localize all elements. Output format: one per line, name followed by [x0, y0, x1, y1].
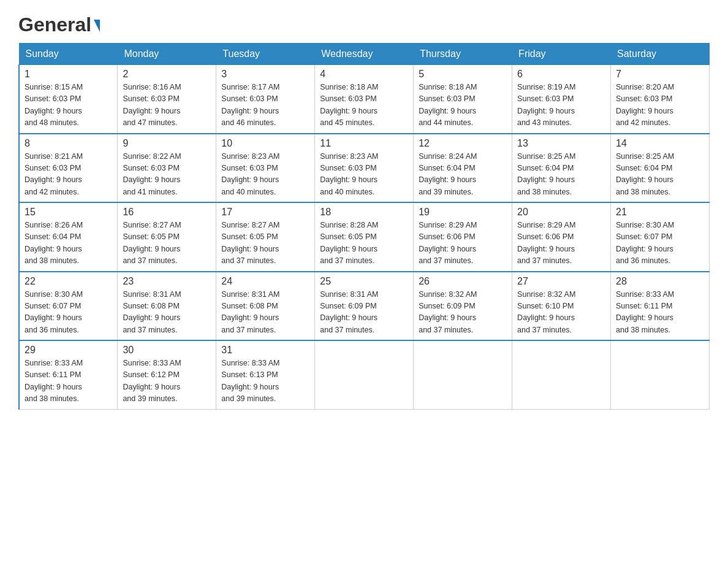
calendar-cell: 15 Sunrise: 8:26 AM Sunset: 6:04 PM Dayl…	[19, 202, 118, 272]
calendar-cell: 20 Sunrise: 8:29 AM Sunset: 6:06 PM Dayl…	[512, 202, 611, 272]
day-number: 21	[616, 207, 704, 218]
calendar-cell: 12 Sunrise: 8:24 AM Sunset: 6:04 PM Dayl…	[414, 134, 512, 203]
calendar-cell	[512, 340, 611, 409]
calendar-cell: 18 Sunrise: 8:28 AM Sunset: 6:05 PM Dayl…	[315, 202, 414, 272]
logo-general: General	[18, 15, 91, 34]
day-number: 15	[25, 207, 112, 218]
day-number: 1	[25, 69, 112, 80]
calendar-cell: 29 Sunrise: 8:33 AM Sunset: 6:11 PM Dayl…	[19, 340, 118, 409]
day-info: Sunrise: 8:33 AM Sunset: 6:11 PM Dayligh…	[616, 289, 704, 337]
day-number: 12	[419, 138, 507, 149]
calendar-table: SundayMondayTuesdayWednesdayThursdayFrid…	[18, 43, 710, 410]
calendar-week-row: 1 Sunrise: 8:15 AM Sunset: 6:03 PM Dayli…	[19, 65, 710, 134]
calendar-cell: 17 Sunrise: 8:27 AM Sunset: 6:05 PM Dayl…	[216, 202, 315, 272]
day-number: 18	[320, 207, 408, 218]
day-info: Sunrise: 8:30 AM Sunset: 6:07 PM Dayligh…	[25, 289, 112, 337]
day-number: 3	[221, 69, 309, 80]
day-number: 10	[221, 138, 309, 149]
day-header-friday: Friday	[512, 44, 611, 65]
day-info: Sunrise: 8:32 AM Sunset: 6:10 PM Dayligh…	[517, 289, 605, 337]
calendar-cell: 23 Sunrise: 8:31 AM Sunset: 6:08 PM Dayl…	[118, 272, 216, 341]
day-info: Sunrise: 8:33 AM Sunset: 6:11 PM Dayligh…	[25, 358, 112, 405]
day-header-wednesday: Wednesday	[315, 44, 414, 65]
calendar-cell: 24 Sunrise: 8:31 AM Sunset: 6:08 PM Dayl…	[216, 272, 315, 341]
day-header-tuesday: Tuesday	[216, 44, 315, 65]
calendar-cell: 11 Sunrise: 8:23 AM Sunset: 6:03 PM Dayl…	[315, 134, 414, 203]
day-info: Sunrise: 8:32 AM Sunset: 6:09 PM Dayligh…	[419, 289, 507, 337]
day-info: Sunrise: 8:25 AM Sunset: 6:04 PM Dayligh…	[616, 151, 704, 199]
day-info: Sunrise: 8:31 AM Sunset: 6:08 PM Dayligh…	[123, 289, 211, 337]
day-number: 22	[25, 276, 112, 287]
day-info: Sunrise: 8:29 AM Sunset: 6:06 PM Dayligh…	[517, 220, 605, 267]
day-number: 23	[123, 276, 211, 287]
day-info: Sunrise: 8:20 AM Sunset: 6:03 PM Dayligh…	[616, 82, 704, 129]
day-info: Sunrise: 8:31 AM Sunset: 6:09 PM Dayligh…	[320, 289, 408, 337]
day-info: Sunrise: 8:27 AM Sunset: 6:05 PM Dayligh…	[221, 220, 309, 267]
day-number: 14	[616, 138, 704, 149]
day-number: 8	[25, 138, 112, 149]
day-number: 28	[616, 276, 704, 287]
day-info: Sunrise: 8:22 AM Sunset: 6:03 PM Dayligh…	[123, 151, 211, 199]
calendar-cell: 9 Sunrise: 8:22 AM Sunset: 6:03 PM Dayli…	[118, 134, 216, 203]
day-info: Sunrise: 8:19 AM Sunset: 6:03 PM Dayligh…	[517, 82, 605, 129]
day-info: Sunrise: 8:33 AM Sunset: 6:13 PM Dayligh…	[221, 358, 309, 405]
calendar-cell: 13 Sunrise: 8:25 AM Sunset: 6:04 PM Dayl…	[512, 134, 611, 203]
day-info: Sunrise: 8:24 AM Sunset: 6:04 PM Dayligh…	[419, 151, 507, 199]
calendar-cell: 19 Sunrise: 8:29 AM Sunset: 6:06 PM Dayl…	[414, 202, 512, 272]
calendar-cell: 2 Sunrise: 8:16 AM Sunset: 6:03 PM Dayli…	[118, 65, 216, 134]
day-number: 16	[123, 207, 211, 218]
logo: General	[18, 15, 100, 32]
logo-triangle-icon	[94, 20, 100, 32]
calendar-cell: 25 Sunrise: 8:31 AM Sunset: 6:09 PM Dayl…	[315, 272, 414, 341]
day-number: 6	[517, 69, 605, 80]
day-header-sunday: Sunday	[19, 44, 118, 65]
day-info: Sunrise: 8:25 AM Sunset: 6:04 PM Dayligh…	[517, 151, 605, 199]
day-info: Sunrise: 8:29 AM Sunset: 6:06 PM Dayligh…	[419, 220, 507, 267]
calendar-cell: 26 Sunrise: 8:32 AM Sunset: 6:09 PM Dayl…	[414, 272, 512, 341]
day-number: 9	[123, 138, 211, 149]
day-number: 17	[221, 207, 309, 218]
calendar-cell	[414, 340, 512, 409]
day-info: Sunrise: 8:16 AM Sunset: 6:03 PM Dayligh…	[123, 82, 211, 129]
calendar-cell: 4 Sunrise: 8:18 AM Sunset: 6:03 PM Dayli…	[315, 65, 414, 134]
day-info: Sunrise: 8:26 AM Sunset: 6:04 PM Dayligh…	[25, 220, 112, 267]
calendar-cell: 28 Sunrise: 8:33 AM Sunset: 6:11 PM Dayl…	[611, 272, 710, 341]
day-number: 30	[123, 345, 211, 356]
day-header-monday: Monday	[118, 44, 216, 65]
calendar-cell: 22 Sunrise: 8:30 AM Sunset: 6:07 PM Dayl…	[19, 272, 118, 341]
day-number: 13	[517, 138, 605, 149]
calendar-cell: 10 Sunrise: 8:23 AM Sunset: 6:03 PM Dayl…	[216, 134, 315, 203]
day-header-saturday: Saturday	[611, 44, 710, 65]
calendar-week-row: 8 Sunrise: 8:21 AM Sunset: 6:03 PM Dayli…	[19, 134, 710, 203]
day-number: 26	[419, 276, 507, 287]
day-number: 29	[25, 345, 112, 356]
day-number: 27	[517, 276, 605, 287]
day-info: Sunrise: 8:18 AM Sunset: 6:03 PM Dayligh…	[320, 82, 408, 129]
calendar-week-row: 15 Sunrise: 8:26 AM Sunset: 6:04 PM Dayl…	[19, 202, 710, 272]
calendar-cell	[611, 340, 710, 409]
calendar-cell	[315, 340, 414, 409]
page-header: General	[18, 15, 710, 32]
day-header-thursday: Thursday	[414, 44, 512, 65]
calendar-cell: 14 Sunrise: 8:25 AM Sunset: 6:04 PM Dayl…	[611, 134, 710, 203]
day-info: Sunrise: 8:18 AM Sunset: 6:03 PM Dayligh…	[419, 82, 507, 129]
day-info: Sunrise: 8:23 AM Sunset: 6:03 PM Dayligh…	[221, 151, 309, 199]
day-number: 19	[419, 207, 507, 218]
calendar-cell: 3 Sunrise: 8:17 AM Sunset: 6:03 PM Dayli…	[216, 65, 315, 134]
calendar-cell: 30 Sunrise: 8:33 AM Sunset: 6:12 PM Dayl…	[118, 340, 216, 409]
day-info: Sunrise: 8:21 AM Sunset: 6:03 PM Dayligh…	[25, 151, 112, 199]
calendar-cell: 16 Sunrise: 8:27 AM Sunset: 6:05 PM Dayl…	[118, 202, 216, 272]
day-info: Sunrise: 8:15 AM Sunset: 6:03 PM Dayligh…	[25, 82, 112, 129]
day-number: 2	[123, 69, 211, 80]
day-number: 7	[616, 69, 704, 80]
day-number: 31	[221, 345, 309, 356]
calendar-header-row: SundayMondayTuesdayWednesdayThursdayFrid…	[19, 44, 710, 65]
calendar-cell: 31 Sunrise: 8:33 AM Sunset: 6:13 PM Dayl…	[216, 340, 315, 409]
day-number: 4	[320, 69, 408, 80]
day-info: Sunrise: 8:17 AM Sunset: 6:03 PM Dayligh…	[221, 82, 309, 129]
calendar-cell: 1 Sunrise: 8:15 AM Sunset: 6:03 PM Dayli…	[19, 65, 118, 134]
day-number: 11	[320, 138, 408, 149]
calendar-week-row: 29 Sunrise: 8:33 AM Sunset: 6:11 PM Dayl…	[19, 340, 710, 409]
day-number: 25	[320, 276, 408, 287]
calendar-cell: 27 Sunrise: 8:32 AM Sunset: 6:10 PM Dayl…	[512, 272, 611, 341]
